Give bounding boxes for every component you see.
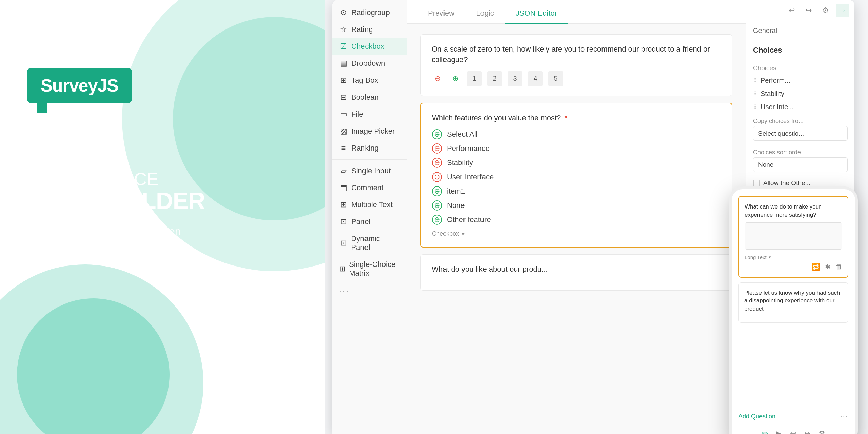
checkbox-select-all: ⊕ Select All [432, 129, 721, 139]
sidebar-item-label: Single Input [351, 166, 391, 175]
mobile-action-copy[interactable]: 🔁 [812, 263, 820, 271]
remove-userinterface-btn[interactable]: ⊖ [432, 172, 442, 182]
tagbox-icon: ⊞ [339, 76, 348, 85]
multipletext-icon: ⊞ [339, 200, 348, 209]
sidebar-item-label: Comment [351, 183, 383, 192]
tagline-sub: Generate dynamic JSON-driven forms right… [27, 223, 205, 255]
checkbox-stability: ⊖ Stability [432, 158, 721, 168]
sidebar-item-matrix[interactable]: ⊞ Single-Choice Matrix [332, 256, 407, 282]
checkbox-none: ⊕ None [432, 200, 721, 211]
mobile-type-arrow-1: ▾ [769, 255, 771, 260]
mobile-toolbar-undo[interactable]: ↩ [790, 429, 796, 434]
next-btn[interactable]: → [836, 4, 849, 17]
props-toolbar: ↩ ↪ ⚙ → [746, 0, 854, 21]
tagline-open: OPEN-SOURCE [27, 170, 205, 189]
sidebar-item-label: Boolean [351, 93, 379, 102]
mobile-drag-handle: ⋯ ⋯ [787, 199, 801, 205]
boolean-icon: ⊟ [339, 93, 348, 102]
rating-row: ⊖ ⊕ 1 2 3 4 5 [432, 71, 721, 86]
checkbox-performance: ⊖ Performance [432, 143, 721, 154]
matrix-icon: ⊞ [339, 264, 346, 273]
sidebar-item-label: Multiple Text [351, 200, 393, 209]
sidebar-item-dynamicpanel[interactable]: ⊡ Dynamic Panel [332, 230, 407, 256]
mobile-type-row-1: Long Text ▾ [745, 254, 842, 260]
remove-stability-btn[interactable]: ⊖ [432, 158, 442, 168]
mobile-toolbar-settings[interactable]: ⚙ [818, 429, 825, 434]
checkbox-list: ⊕ Select All ⊖ Performance ⊖ Stability [432, 129, 721, 225]
sidebar-item-label: Rating [351, 25, 373, 34]
allow-other-checkbox[interactable] [753, 180, 760, 186]
sidebar-item-rating[interactable]: ☆ Rating [332, 21, 407, 38]
mobile-action-delete[interactable]: 🗑 [835, 263, 842, 271]
mobile-toolbar-edit[interactable]: ✏ [762, 429, 768, 434]
sidebar-item-radiogroup[interactable]: ⊙ Radiogroup [332, 4, 407, 21]
question-text-rating: On a scale of zero to ten, how likely ar… [432, 44, 721, 65]
add-none-btn[interactable]: ⊕ [432, 200, 442, 211]
mobile-footer: Add Question ··· [732, 407, 855, 426]
mobile-action-star[interactable]: ✱ [825, 263, 831, 271]
add-select-all-btn[interactable]: ⊕ [432, 129, 442, 139]
question-text-open: What do you like about our produ... [432, 264, 721, 275]
choice-label-userinterface: User Inte... [761, 103, 794, 111]
sidebar-item-ranking[interactable]: ≡ Ranking [332, 140, 407, 157]
redo-btn[interactable]: ↪ [802, 4, 815, 17]
mobile-type-label-1: Long Text [745, 254, 767, 260]
mobile-more-btn[interactable]: ··· [840, 412, 848, 421]
sidebar-item-singleinput[interactable]: ▱ Single Input [332, 162, 407, 179]
mobile-q2-text: Please let us know why you had such a di… [744, 289, 843, 313]
remove-performance-btn[interactable]: ⊖ [432, 143, 442, 154]
props-general-header: General [746, 21, 854, 40]
mobile-card-2: Please let us know why you had such a di… [738, 282, 848, 323]
mobile-textarea-1[interactable] [745, 222, 842, 250]
rating-num-3: 3 [508, 71, 522, 86]
sidebar-item-comment[interactable]: ▤ Comment [332, 179, 407, 196]
add-other-btn[interactable]: ⊕ [432, 215, 442, 225]
checkbox-other: ⊕ Other feature [432, 215, 721, 225]
sidebar-item-label: Ranking [351, 144, 379, 153]
mobile-toolbar-redo[interactable]: ↪ [804, 429, 810, 434]
choices-sort-select[interactable]: None [753, 157, 848, 172]
sidebar-item-label: Image Picker [351, 127, 395, 136]
add-item1-btn[interactable]: ⊕ [432, 186, 442, 196]
sidebar-item-dropdown[interactable]: ▤ Dropdown [332, 55, 407, 72]
checkbox-icon: ☑ [339, 42, 348, 51]
required-marker: * [564, 114, 567, 122]
singleinput-icon: ▱ [339, 166, 348, 175]
choice-row-userinterface: ⠿ User Inte... [746, 100, 854, 114]
mobile-action-row-1: 🔁 ✱ 🗑 [745, 263, 842, 271]
undo-btn[interactable]: ↩ [785, 4, 798, 17]
mobile-add-question-btn[interactable]: Add Question [738, 413, 775, 420]
sidebar-more[interactable]: ··· [332, 282, 407, 300]
sidebar-item-checkbox[interactable]: ☑ Checkbox [332, 38, 407, 55]
sidebar-item-panel[interactable]: ⊡ Panel [332, 213, 407, 230]
rating-num-1: 1 [467, 71, 482, 86]
rating-icon: ☆ [339, 25, 348, 34]
sidebar-item-imagepicker[interactable]: ▨ Image Picker [332, 123, 407, 140]
question-card-checkbox: ⋯ ⋯ Which features do you value the most… [420, 103, 732, 248]
copy-from-select[interactable]: Select questio... [753, 126, 848, 141]
drag-handle: ⋯ ⋯ [567, 107, 585, 114]
sidebar-item-label: Radiogroup [351, 8, 390, 17]
choices-sort-label: Choices sort orde... [746, 145, 854, 157]
sidebar-item-label: Panel [351, 217, 370, 226]
sidebar-item-multipletext[interactable]: ⊞ Multiple Text [332, 196, 407, 213]
left-panel: SurveyJS OPEN-SOURCE FORM BUILDER Genera… [0, 0, 326, 434]
tab-preview[interactable]: Preview [417, 3, 465, 24]
choices-label: Choices [746, 60, 854, 74]
sidebar-item-label: Checkbox [351, 42, 384, 51]
allow-other-label: Allow the Othe... [763, 179, 810, 187]
mobile-q1-text: What can we do to make your experience m… [745, 203, 842, 219]
radiogroup-icon: ⊙ [339, 8, 348, 17]
settings-btn[interactable]: ⚙ [819, 4, 832, 17]
tab-jsoneditor[interactable]: JSON Editor [505, 3, 568, 24]
mobile-toolbar-play[interactable]: ▶ [776, 429, 782, 434]
remove-rating-btn[interactable]: ⊖ [432, 73, 444, 85]
sidebar-item-file[interactable]: ▭ File [332, 106, 407, 123]
add-rating-btn[interactable]: ⊕ [449, 73, 461, 85]
tab-logic[interactable]: Logic [465, 3, 505, 24]
mobile-card-1: ⋯ ⋯ What can we do to make your experien… [738, 196, 848, 278]
sidebar-item-tagbox[interactable]: ⊞ Tag Box [332, 72, 407, 89]
imagepicker-icon: ▨ [339, 127, 348, 136]
logo: SurveyJS [27, 68, 132, 103]
sidebar-item-boolean[interactable]: ⊟ Boolean [332, 89, 407, 106]
